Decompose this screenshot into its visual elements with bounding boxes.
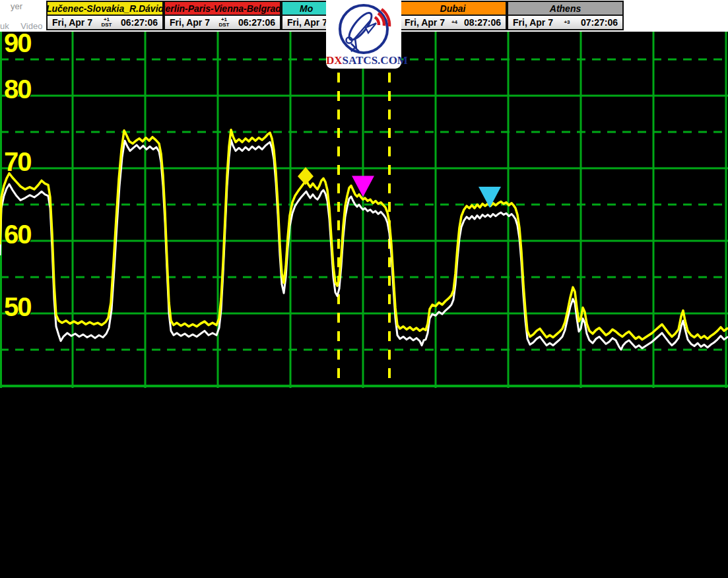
spectrum-chart bbox=[0, 32, 728, 388]
clock-time: 06:27:06 bbox=[121, 17, 158, 28]
logo-wordmark: DXSATCS.COM bbox=[326, 54, 401, 67]
dxsatcs-logo: DXSATCS.COM bbox=[326, 0, 401, 69]
clock-date: Fri, Apr 7 bbox=[287, 17, 327, 28]
analyzer-screen: yer uk Video Lučenec-Slovakia_R.Dávid Fr… bbox=[0, 0, 728, 578]
clock-tz: +1DST bbox=[218, 17, 229, 28]
clock-lucenec: Lučenec-Slovakia_R.Dávid Fri, Apr 7 +1DS… bbox=[46, 1, 164, 30]
clock-athens: Athens Fri, Apr 7 +3 07:27:06 bbox=[507, 1, 624, 30]
clock-date: Fri, Apr 7 bbox=[405, 17, 445, 28]
clock-date: Fri, Apr 7 bbox=[513, 17, 553, 28]
y-tick-50: 50 bbox=[4, 294, 31, 319]
browser-text-remnant: yer bbox=[11, 1, 22, 11]
diamond-marker-icon bbox=[298, 167, 314, 185]
clock-header-4: Athens bbox=[508, 2, 622, 16]
clock-date: Fri, Apr 7 bbox=[52, 17, 92, 28]
y-tick-70: 70 bbox=[4, 149, 31, 174]
clock-tz: +1DST bbox=[101, 17, 112, 28]
clock-header-3: Dubai bbox=[400, 2, 506, 16]
clock-dubai: Dubai Fri, Apr 7 +4 08:27:06 bbox=[399, 1, 507, 30]
satellite-dish-icon bbox=[326, 0, 401, 57]
clock-time: 06:27:06 bbox=[238, 17, 275, 28]
y-tick-80: 80 bbox=[4, 77, 31, 102]
clock-tz: +4 bbox=[451, 20, 457, 25]
clock-berlin: Berlin-Paris-Vienna-Belgrade Fri, Apr 7 … bbox=[164, 1, 281, 30]
clock-header-1: Berlin-Paris-Vienna-Belgrade bbox=[165, 2, 280, 16]
clock-tz: +3 bbox=[564, 20, 570, 25]
spectrum-plot: 9080706050 bbox=[0, 32, 728, 388]
clock-header-0: Lučenec-Slovakia_R.Dávid bbox=[48, 2, 162, 16]
y-tick-60: 60 bbox=[4, 222, 31, 247]
y-tick-90: 90 bbox=[4, 30, 31, 55]
clock-time: 08:27:06 bbox=[464, 17, 501, 28]
clock-date: Fri, Apr 7 bbox=[170, 17, 210, 28]
readout-panel: ◆12340.0 68.7 dBµV ▼12466.5 64.9 dBµV ▼1… bbox=[0, 388, 728, 578]
clock-time: 07:27:06 bbox=[581, 17, 618, 28]
